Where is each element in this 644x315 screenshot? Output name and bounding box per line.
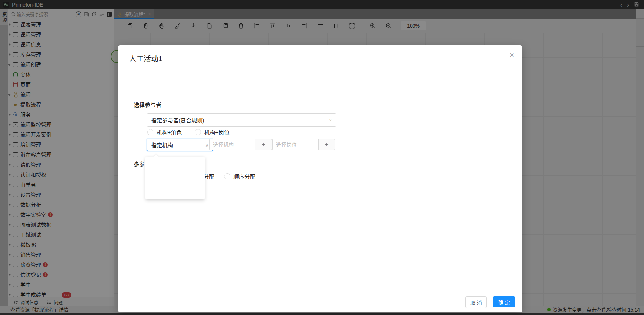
- dropdown-option[interactable]: [145, 185, 205, 199]
- dialog-tab[interactable]: [202, 75, 203, 80]
- ok-button[interactable]: 确 定: [493, 296, 515, 307]
- dialog-tab[interactable]: [262, 75, 263, 80]
- dialog-tab-bar: [129, 75, 514, 80]
- select-position-input[interactable]: [272, 139, 318, 150]
- dialog-tab[interactable]: [178, 75, 179, 80]
- dialog-tab[interactable]: [238, 75, 239, 80]
- cancel-button[interactable]: 取 消: [465, 296, 487, 308]
- dialog-tab[interactable]: [226, 75, 227, 80]
- rule-type-radio-group: 机构+角色 机构+岗位: [147, 128, 230, 136]
- org-mode-select[interactable]: 指定机构 ∧: [147, 139, 213, 151]
- dialog-tab[interactable]: [165, 75, 167, 80]
- radio-option[interactable]: 机构+岗位: [195, 128, 229, 136]
- participant-rule-select[interactable]: 指定参与者(复合规则) ∨: [147, 113, 336, 127]
- radio-dot-icon: [147, 129, 153, 135]
- sequential-assign-radio[interactable]: 顺序分配: [224, 172, 255, 180]
- dropdown-option[interactable]: [145, 171, 205, 185]
- participant-section-label: 选择参与者: [134, 100, 161, 109]
- radio-option[interactable]: 机构+角色: [147, 128, 182, 136]
- dialog-close-icon[interactable]: ×: [510, 51, 514, 59]
- add-org-button[interactable]: +: [255, 139, 272, 150]
- chevron-down-icon: ∨: [329, 117, 332, 122]
- dropdown-option[interactable]: [145, 157, 205, 171]
- dialog-footer: 取 消 确 定: [465, 296, 515, 308]
- dialog-tab[interactable]: [129, 75, 131, 80]
- radio-dot-icon: [195, 129, 201, 135]
- select-org-group: +: [209, 139, 272, 150]
- dialog-title: 人工活动1: [129, 53, 162, 63]
- multi-participant-label-fragment: 多参: [134, 160, 145, 168]
- dialog-tab[interactable]: [141, 75, 143, 80]
- assignment-label-fragment: 分配: [203, 172, 214, 180]
- select-org-input[interactable]: [209, 139, 255, 150]
- assignment-radio-row: 分配 顺序分配: [203, 172, 255, 180]
- dialog-tab[interactable]: [190, 75, 191, 80]
- select-position-group: +: [272, 139, 335, 150]
- primeton-ide-window: Primeton-IDE ‹ › 资源 AI: [0, 0, 644, 315]
- radio-dot-icon: [224, 173, 230, 179]
- org-mode-dropdown: [145, 157, 205, 199]
- chevron-up-icon: ∧: [205, 142, 209, 148]
- dialog-tab[interactable]: [153, 75, 155, 80]
- dialog-tab[interactable]: [250, 75, 251, 80]
- manual-activity-dialog: 人工活动1 × 选择参与者 指定参与者(复合规则) ∨ 机构+角色 机构+岗位 …: [118, 45, 522, 312]
- dialog-tab[interactable]: [214, 75, 215, 80]
- add-position-button[interactable]: +: [318, 139, 335, 150]
